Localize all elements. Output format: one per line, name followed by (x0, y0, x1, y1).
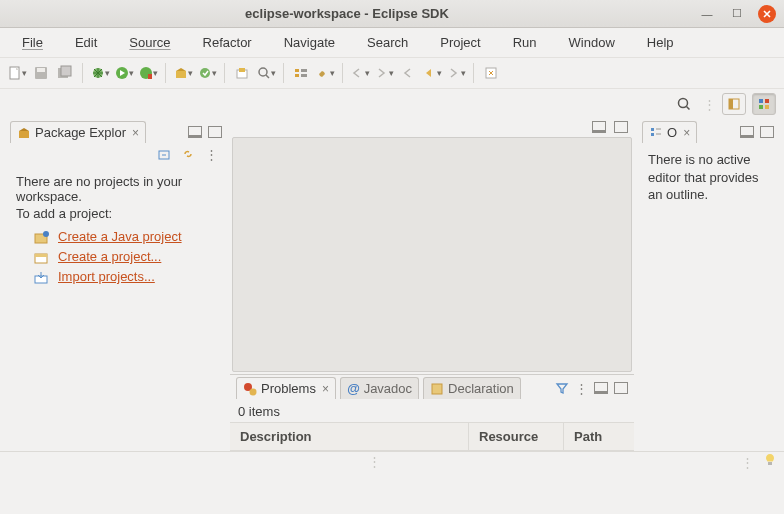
javadoc-tab-label: Javadoc (364, 381, 412, 396)
pin-button[interactable] (480, 62, 502, 84)
svg-rect-16 (301, 69, 307, 72)
create-project-link[interactable]: Create a project... (58, 249, 161, 264)
back-button[interactable]: ▾ (349, 62, 371, 84)
declaration-tab[interactable]: Declaration (423, 377, 521, 399)
minimize-view-button[interactable] (740, 126, 754, 138)
import-projects-link[interactable]: Import projects... (58, 269, 155, 284)
coverage-button[interactable]: ▾ (137, 62, 159, 84)
minimize-view-button[interactable] (594, 382, 608, 394)
tip-icon[interactable]: ⋮ (741, 453, 776, 470)
new-plugin-button[interactable]: ▾ (196, 62, 218, 84)
menu-bar: File Edit Source Refactor Navigate Searc… (0, 28, 784, 57)
save-button[interactable] (30, 62, 52, 84)
window-maximize-button[interactable]: ☐ (728, 5, 746, 23)
menu-run[interactable]: Run (499, 32, 551, 53)
svg-rect-24 (759, 105, 763, 109)
svg-point-34 (250, 388, 257, 395)
col-path[interactable]: Path (564, 423, 634, 450)
svg-point-29 (43, 231, 49, 237)
package-explorer-header: Package Explor × (6, 119, 226, 143)
outline-tab[interactable]: O × (642, 121, 697, 143)
problems-tab-label: Problems (261, 381, 316, 396)
package-icon (17, 126, 31, 140)
package-explorer-tab[interactable]: Package Explor × (10, 121, 146, 143)
javadoc-tab[interactable]: @ Javadoc (340, 377, 419, 399)
link-editor-icon[interactable] (181, 147, 195, 162)
window-title: eclipse-workspace - Eclipse SDK (8, 6, 686, 21)
svg-rect-12 (239, 68, 245, 72)
save-all-button[interactable] (54, 62, 76, 84)
svg-rect-25 (765, 105, 769, 109)
problems-count: 0 items (230, 401, 634, 422)
maximize-view-button[interactable] (614, 382, 628, 394)
svg-rect-8 (148, 74, 152, 79)
status-bar: ⋮ ⋮ (0, 451, 784, 471)
problems-tab[interactable]: Problems × (236, 377, 336, 399)
forward-button[interactable]: ▾ (373, 62, 395, 84)
pin-editor-button[interactable]: ▾ (314, 62, 336, 84)
svg-rect-38 (768, 462, 772, 465)
view-menu-icon[interactable]: ⋮ (205, 147, 218, 162)
create-java-project-link[interactable]: Create a Java project (58, 229, 182, 244)
explorer-empty-text-2: To add a project: (16, 206, 216, 221)
menu-refactor[interactable]: Refactor (189, 32, 266, 53)
open-type-button[interactable] (231, 62, 253, 84)
window-minimize-button[interactable]: — (698, 5, 716, 23)
menu-window[interactable]: Window (555, 32, 629, 53)
run-button[interactable]: ▾ (113, 62, 135, 84)
outline-pane: O × There is no active editor that provi… (638, 119, 778, 451)
menu-file[interactable]: File (8, 32, 57, 53)
nav-forward-button[interactable]: ▾ (445, 62, 467, 84)
window-close-button[interactable] (758, 5, 776, 23)
svg-rect-21 (729, 99, 733, 109)
close-icon[interactable]: × (322, 382, 329, 396)
explorer-empty-text-1: There are no projects in your workspace. (16, 174, 216, 204)
menu-source[interactable]: Source (115, 32, 184, 53)
menu-edit[interactable]: Edit (61, 32, 111, 53)
svg-point-19 (679, 99, 688, 108)
last-edit-button[interactable] (397, 62, 419, 84)
java-perspective-button[interactable] (752, 93, 776, 115)
menu-navigate[interactable]: Navigate (270, 32, 349, 53)
menu-project[interactable]: Project (426, 32, 494, 53)
problems-pane: Problems × @ Javadoc Declaration ⋮ (230, 374, 634, 451)
svg-rect-36 (651, 128, 654, 131)
svg-rect-22 (759, 99, 763, 103)
package-explorer-tab-label: Package Explor (35, 125, 126, 140)
outline-icon (649, 126, 663, 140)
menu-search[interactable]: Search (353, 32, 422, 53)
new-button[interactable]: ▾ (6, 62, 28, 84)
col-description[interactable]: Description (230, 423, 469, 450)
package-explorer-body: There are no projects in your workspace.… (6, 166, 226, 297)
minimize-view-button[interactable] (188, 126, 202, 138)
project-icon (34, 250, 50, 264)
svg-rect-26 (19, 131, 29, 138)
collapse-all-icon[interactable] (157, 147, 171, 162)
maximize-view-button[interactable] (760, 126, 774, 138)
col-resource[interactable]: Resource (469, 423, 564, 450)
java-project-icon (34, 230, 50, 244)
import-icon (34, 270, 50, 284)
editor-canvas (232, 137, 632, 372)
svg-rect-15 (295, 74, 299, 77)
search-button[interactable]: ▾ (255, 62, 277, 84)
editor-maximize-button[interactable] (614, 121, 628, 133)
javadoc-icon: @ (347, 381, 360, 396)
outline-tab-label: O (667, 125, 677, 140)
maximize-view-button[interactable] (208, 126, 222, 138)
editor-minimize-button[interactable] (592, 121, 606, 133)
debug-button[interactable]: ▾ (89, 62, 111, 84)
nav-back-button[interactable]: ▾ (421, 62, 443, 84)
quick-access-search-icon[interactable] (671, 93, 697, 115)
declaration-tab-label: Declaration (448, 381, 514, 396)
close-icon[interactable]: × (683, 126, 690, 140)
open-perspective-button[interactable] (722, 93, 746, 115)
menu-help[interactable]: Help (633, 32, 688, 53)
view-menu-icon[interactable]: ⋮ (575, 381, 588, 396)
new-java-package-button[interactable]: ▾ (172, 62, 194, 84)
close-icon[interactable]: × (132, 126, 139, 140)
outline-message: There is no active editor that provides … (638, 143, 778, 212)
filter-icon[interactable] (555, 381, 569, 395)
toggle-breadcrumb-button[interactable] (290, 62, 312, 84)
svg-rect-35 (432, 384, 442, 394)
